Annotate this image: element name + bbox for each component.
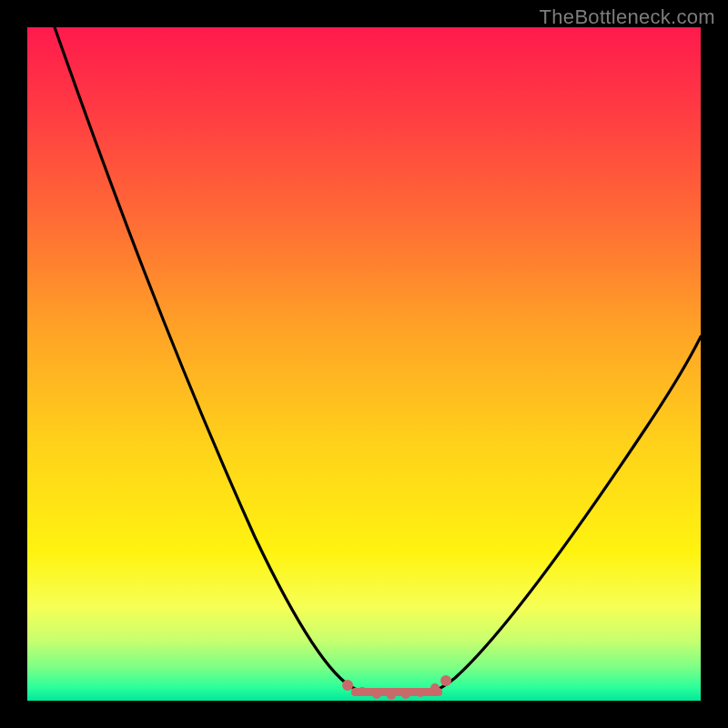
bottleneck-curve	[55, 27, 701, 694]
sweet-spot-dots	[342, 675, 451, 700]
watermark-text: TheBottleneck.com	[540, 5, 715, 29]
chart-svg	[27, 27, 701, 701]
svg-point-0	[342, 680, 353, 691]
plot-area	[27, 27, 701, 701]
chart-frame: TheBottleneck.com	[0, 0, 728, 728]
svg-rect-8	[351, 688, 442, 696]
svg-point-7	[440, 675, 451, 686]
